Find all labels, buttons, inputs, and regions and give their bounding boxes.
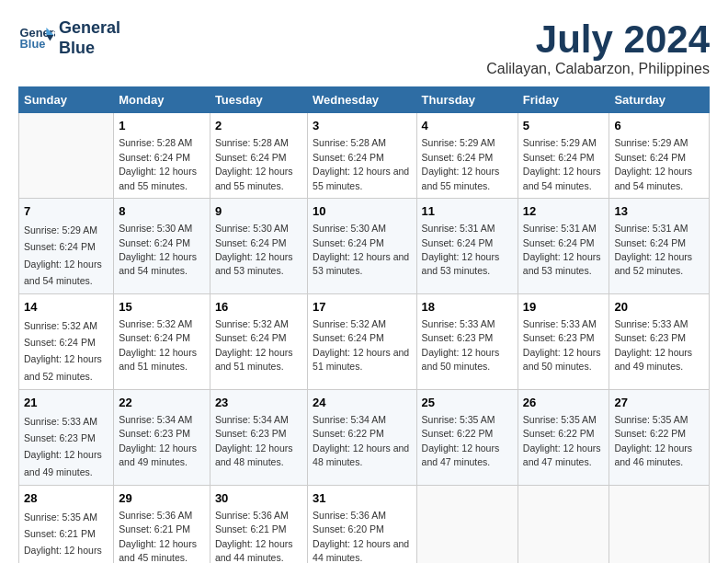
day-number: 16 bbox=[215, 299, 302, 316]
day-number: 1 bbox=[119, 118, 205, 134]
day-number: 20 bbox=[614, 299, 704, 316]
cell-sunrise: Sunrise: 5:35 AM bbox=[422, 414, 495, 425]
cell-daylight: Daylight: 12 hours and 51 minutes. bbox=[215, 347, 293, 372]
calendar-cell: 16 Sunrise: 5:32 AM Sunset: 6:24 PM Dayl… bbox=[210, 293, 307, 389]
cell-daylight: Daylight: 12 hours and 46 minutes. bbox=[614, 442, 692, 467]
cell-daylight: Daylight: 12 hours and 47 minutes. bbox=[422, 442, 500, 467]
day-number: 21 bbox=[24, 395, 108, 411]
calendar-cell: 13 Sunrise: 5:31 AM Sunset: 6:24 PM Dayl… bbox=[609, 198, 710, 293]
day-number: 30 bbox=[215, 490, 302, 507]
calendar-cell: 8 Sunrise: 5:30 AM Sunset: 6:24 PM Dayli… bbox=[114, 198, 210, 293]
col-header-saturday: Saturday bbox=[609, 87, 710, 113]
day-number: 23 bbox=[215, 395, 302, 411]
calendar-cell: 9 Sunrise: 5:30 AM Sunset: 6:24 PM Dayli… bbox=[210, 198, 307, 293]
cell-sunset: Sunset: 6:24 PM bbox=[119, 152, 190, 163]
calendar-cell: 10 Sunrise: 5:30 AM Sunset: 6:24 PM Dayl… bbox=[308, 198, 416, 293]
calendar-cell: 5 Sunrise: 5:29 AM Sunset: 6:24 PM Dayli… bbox=[518, 113, 609, 199]
cell-daylight: Daylight: 12 hours and 53 minutes. bbox=[523, 251, 601, 276]
day-number: 10 bbox=[313, 203, 411, 220]
day-number: 25 bbox=[422, 395, 513, 411]
cell-daylight: Daylight: 12 hours and 50 minutes. bbox=[422, 347, 500, 372]
calendar-cell: 23 Sunrise: 5:34 AM Sunset: 6:23 PM Dayl… bbox=[210, 389, 307, 485]
cell-sunrise: Sunrise: 5:36 AM bbox=[119, 510, 192, 521]
cell-daylight: Daylight: 12 hours and 53 minutes. bbox=[215, 251, 293, 276]
calendar-cell: 29 Sunrise: 5:36 AM Sunset: 6:21 PM Dayl… bbox=[114, 485, 210, 563]
cell-daylight: Daylight: 12 hours and 55 minutes. bbox=[422, 166, 500, 190]
day-number: 5 bbox=[523, 118, 605, 134]
cell-sunrise: Sunrise: 5:34 AM bbox=[215, 414, 289, 425]
cell-daylight: Daylight: 12 hours and 48 minutes. bbox=[313, 442, 409, 467]
cell-sunset: Sunset: 6:24 PM bbox=[523, 152, 595, 163]
svg-text:Blue: Blue bbox=[20, 37, 46, 51]
calendar-cell: 25 Sunrise: 5:35 AM Sunset: 6:22 PM Dayl… bbox=[416, 389, 518, 485]
cell-sunset: Sunset: 6:24 PM bbox=[215, 332, 287, 343]
calendar-cell: 21 Sunrise: 5:33 AM Sunset: 6:23 PM Dayl… bbox=[19, 389, 114, 485]
cell-sunset: Sunset: 6:22 PM bbox=[523, 428, 595, 439]
cell-daylight: Daylight: 12 hours and 44 minutes. bbox=[215, 538, 293, 563]
cell-sunrise: Sunrise: 5:32 AM bbox=[119, 318, 192, 329]
day-number: 12 bbox=[523, 203, 605, 220]
calendar-cell: 28 Sunrise: 5:35 AM Sunset: 6:21 PM Dayl… bbox=[19, 485, 114, 563]
week-row-4: 21 Sunrise: 5:33 AM Sunset: 6:23 PM Dayl… bbox=[19, 389, 710, 485]
cell-daylight: Daylight: 12 hours and 49 minutes. bbox=[119, 442, 197, 467]
day-number: 22 bbox=[119, 395, 205, 411]
calendar-cell: 12 Sunrise: 5:31 AM Sunset: 6:24 PM Dayl… bbox=[518, 198, 609, 293]
cell-daylight: Daylight: 12 hours and 53 minutes. bbox=[313, 251, 409, 276]
col-header-monday: Monday bbox=[114, 87, 210, 113]
cell-sunset: Sunset: 6:24 PM bbox=[119, 332, 190, 343]
cell-daylight: Daylight: 12 hours and 51 minutes. bbox=[313, 347, 409, 372]
day-number: 24 bbox=[313, 395, 411, 411]
calendar-cell bbox=[609, 485, 710, 563]
cell-daylight: Daylight: 12 hours and 54 minutes. bbox=[119, 251, 197, 276]
main-title: July 2024 bbox=[486, 18, 710, 61]
calendar-cell: 26 Sunrise: 5:35 AM Sunset: 6:22 PM Dayl… bbox=[518, 389, 609, 485]
day-number: 17 bbox=[313, 299, 411, 316]
calendar-cell bbox=[518, 485, 609, 563]
cell-daylight: Daylight: 12 hours and 55 minutes. bbox=[119, 166, 197, 190]
calendar-cell: 14 Sunrise: 5:32 AM Sunset: 6:24 PM Dayl… bbox=[19, 293, 114, 389]
day-number: 8 bbox=[119, 203, 205, 220]
calendar-cell: 1 Sunrise: 5:28 AM Sunset: 6:24 PM Dayli… bbox=[114, 113, 210, 199]
cell-sunrise: Sunrise: 5:31 AM bbox=[614, 223, 688, 234]
col-header-friday: Friday bbox=[518, 87, 609, 113]
cell-sunset: Sunset: 6:21 PM bbox=[215, 523, 287, 534]
calendar-cell: 15 Sunrise: 5:32 AM Sunset: 6:24 PM Dayl… bbox=[114, 293, 210, 389]
cell-daylight: Daylight: 12 hours and 45 minutes. bbox=[119, 538, 197, 563]
cell-sunrise: Sunrise: 5:33 AM bbox=[614, 318, 688, 329]
cell-sunset: Sunset: 6:24 PM bbox=[313, 237, 384, 248]
cell-sunset: Sunset: 6:24 PM bbox=[313, 332, 384, 343]
cell-daylight: Daylight: 12 hours and 49 minutes. bbox=[614, 347, 692, 372]
cell-sunset: Sunset: 6:22 PM bbox=[614, 428, 686, 439]
cell-sunset: Sunset: 6:22 PM bbox=[422, 428, 494, 439]
calendar-cell: 22 Sunrise: 5:34 AM Sunset: 6:23 PM Dayl… bbox=[114, 389, 210, 485]
cell-daylight: Daylight: 12 hours and 54 minutes. bbox=[614, 166, 692, 190]
cell-daylight: Daylight: 12 hours and 52 minutes. bbox=[614, 251, 692, 276]
cell-sunrise: Sunrise: 5:32 AM bbox=[313, 318, 386, 329]
calendar-cell: 30 Sunrise: 5:36 AM Sunset: 6:21 PM Dayl… bbox=[210, 485, 307, 563]
calendar-cell: 18 Sunrise: 5:33 AM Sunset: 6:23 PM Dayl… bbox=[416, 293, 518, 389]
cell-sunrise: Sunrise: 5:34 AM bbox=[313, 414, 386, 425]
cell-sunset: Sunset: 6:24 PM bbox=[313, 152, 384, 163]
calendar-cell: 27 Sunrise: 5:35 AM Sunset: 6:22 PM Dayl… bbox=[609, 389, 710, 485]
header-row: SundayMondayTuesdayWednesdayThursdayFrid… bbox=[19, 87, 710, 113]
week-row-2: 7 Sunrise: 5:29 AM Sunset: 6:24 PM Dayli… bbox=[19, 198, 710, 293]
day-number: 7 bbox=[24, 203, 108, 220]
cell-sunrise: Sunrise: 5:34 AM bbox=[119, 414, 192, 425]
cell-daylight: Daylight: 12 hours and 46 minutes. bbox=[24, 545, 102, 563]
cell-sunset: Sunset: 6:22 PM bbox=[313, 428, 384, 439]
calendar-cell: 2 Sunrise: 5:28 AM Sunset: 6:24 PM Dayli… bbox=[210, 113, 307, 199]
col-header-wednesday: Wednesday bbox=[308, 87, 416, 113]
cell-sunrise: Sunrise: 5:28 AM bbox=[313, 137, 386, 148]
cell-daylight: Daylight: 12 hours and 55 minutes. bbox=[215, 166, 293, 190]
cell-sunset: Sunset: 6:24 PM bbox=[614, 152, 686, 163]
day-number: 4 bbox=[422, 118, 513, 134]
cell-sunrise: Sunrise: 5:28 AM bbox=[215, 137, 289, 148]
cell-sunrise: Sunrise: 5:29 AM bbox=[523, 137, 597, 148]
cell-sunset: Sunset: 6:24 PM bbox=[24, 241, 96, 252]
cell-sunrise: Sunrise: 5:29 AM bbox=[24, 224, 97, 236]
cell-sunrise: Sunrise: 5:28 AM bbox=[119, 137, 192, 148]
day-number: 28 bbox=[24, 490, 108, 507]
cell-daylight: Daylight: 12 hours and 53 minutes. bbox=[422, 251, 500, 276]
day-number: 27 bbox=[614, 395, 704, 411]
cell-sunrise: Sunrise: 5:33 AM bbox=[422, 318, 495, 329]
